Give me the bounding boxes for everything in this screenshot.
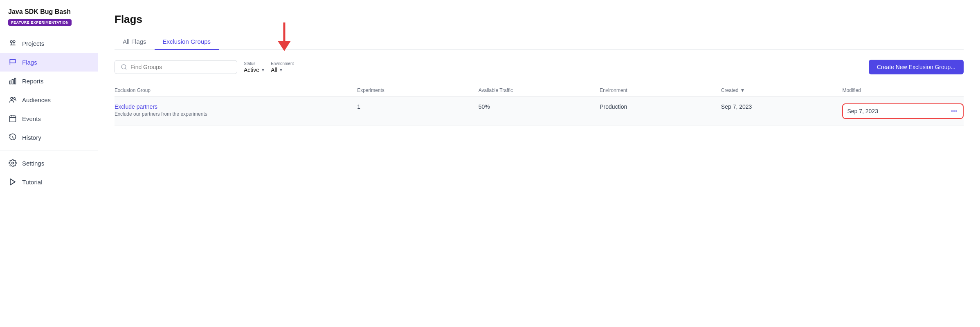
sidebar-item-audiences[interactable]: Audiences (0, 90, 98, 109)
svg-point-1 (13, 40, 15, 43)
cell-experiments: 1 (357, 103, 479, 110)
environment-filter-select[interactable]: All ▾ (271, 67, 294, 73)
status-filter[interactable]: Status Active ▾ (244, 61, 264, 73)
audiences-icon (8, 95, 17, 104)
cell-available-traffic: 50% (479, 103, 600, 110)
svg-point-19 (121, 65, 126, 69)
environment-filter-label: Environment (271, 61, 294, 66)
svg-point-9 (11, 97, 13, 99)
svg-point-15 (12, 162, 14, 164)
cell-modified: Sep 7, 2023 ··· Archive (842, 103, 964, 119)
svg-point-10 (13, 98, 15, 99)
sidebar-nav: Projects Flags Reports Audiences Events (0, 34, 98, 319)
sidebar-item-projects[interactable]: Projects (0, 34, 98, 53)
sidebar-item-tutorial[interactable]: Tutorial (0, 172, 98, 191)
tab-exclusion-groups[interactable]: Exclusion Groups (155, 34, 219, 50)
sidebar-item-label-projects: Projects (22, 40, 44, 47)
status-filter-select[interactable]: Active ▾ (244, 67, 264, 73)
status-filter-value: Active (244, 67, 259, 73)
col-header-exclusion-group: Exclusion Group (115, 87, 357, 93)
sidebar-item-flags[interactable]: Flags (0, 53, 98, 72)
exclusion-group-link[interactable]: Exclude partners (115, 103, 357, 110)
sidebar-brand: Java SDK Bug Bash FEATURE EXPERIMENTATIO… (0, 8, 98, 34)
sidebar-item-label-audiences: Audiences (22, 96, 51, 103)
col-header-created: Created ▼ (721, 87, 843, 93)
sidebar-divider (0, 150, 98, 150)
col-header-available-traffic: Available Traffic (479, 87, 600, 93)
svg-line-20 (125, 68, 126, 69)
search-input[interactable] (130, 64, 231, 70)
brand-badge: FEATURE EXPERIMENTATION (8, 19, 72, 26)
reports-icon (8, 76, 17, 85)
sidebar-item-label-settings: Settings (22, 160, 44, 167)
projects-icon (8, 39, 17, 48)
tab-all-flags[interactable]: All Flags (115, 34, 155, 50)
table-row: Exclude partners Exclude our partners fr… (115, 97, 964, 126)
main-content: Flags All Flags Exclusion Groups Status … (98, 0, 980, 327)
cell-created: Sep 7, 2023 (721, 103, 843, 110)
sidebar-item-label-tutorial: Tutorial (22, 179, 42, 186)
svg-rect-7 (12, 80, 13, 84)
events-icon (8, 114, 17, 123)
flags-icon (8, 58, 17, 67)
col-header-modified: Modified (842, 87, 964, 93)
brand-title: Java SDK Bug Bash (8, 8, 90, 16)
sidebar: Java SDK Bug Bash FEATURE EXPERIMENTATIO… (0, 0, 98, 327)
tutorial-icon (8, 177, 17, 186)
toolbar: Status Active ▾ Environment All ▾ Create… (115, 60, 964, 74)
history-icon (8, 133, 17, 142)
environment-filter-value: All (271, 67, 277, 73)
cell-environment: Production (600, 103, 721, 110)
settings-icon (8, 159, 17, 168)
svg-point-0 (10, 40, 12, 43)
sort-icon: ▼ (740, 87, 745, 93)
environment-chevron-icon: ▾ (280, 67, 282, 73)
status-filter-label: Status (244, 61, 264, 66)
page-title: Flags (115, 13, 964, 26)
svg-rect-8 (14, 78, 16, 84)
search-box[interactable] (115, 60, 237, 74)
sidebar-item-reports[interactable]: Reports (0, 72, 98, 90)
sidebar-item-history[interactable]: History (0, 128, 98, 147)
cell-exclusion-group: Exclude partners Exclude our partners fr… (115, 103, 357, 117)
sidebar-item-settings[interactable]: Settings (0, 154, 98, 172)
search-icon (121, 64, 127, 70)
sidebar-item-label-flags: Flags (22, 59, 37, 66)
svg-rect-6 (10, 81, 11, 84)
modified-date: Sep 7, 2023 (847, 108, 878, 114)
tabs-container: All Flags Exclusion Groups (115, 34, 964, 50)
status-chevron-icon: ▾ (262, 67, 264, 73)
modified-cell-top: Sep 7, 2023 ··· (847, 108, 959, 115)
svg-rect-11 (10, 116, 16, 122)
exclusion-groups-table: Exclusion Group Experiments Available Tr… (115, 84, 964, 126)
col-header-experiments: Experiments (357, 87, 479, 93)
sidebar-item-events[interactable]: Events (0, 109, 98, 128)
table-header: Exclusion Group Experiments Available Tr… (115, 84, 964, 97)
environment-filter[interactable]: Environment All ▾ (271, 61, 294, 73)
col-header-environment: Environment (600, 87, 721, 93)
modified-highlight: Sep 7, 2023 ··· Archive (842, 103, 964, 119)
create-exclusion-group-button[interactable]: Create New Exclusion Group... (869, 60, 964, 74)
sidebar-item-label-events: Events (22, 115, 41, 122)
more-options-button[interactable]: ··· (949, 108, 959, 115)
svg-marker-16 (10, 179, 15, 185)
sidebar-item-label-history: History (22, 134, 41, 141)
exclusion-group-description: Exclude our partners from the experiment… (115, 111, 357, 117)
sidebar-item-label-reports: Reports (22, 78, 44, 85)
